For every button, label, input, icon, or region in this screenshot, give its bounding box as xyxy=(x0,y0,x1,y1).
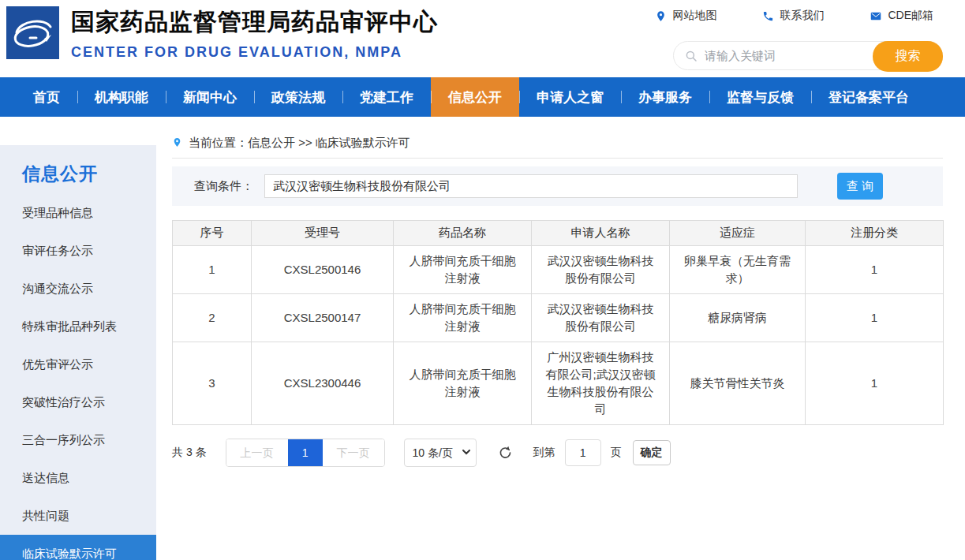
site-title-english: CENTER FOR DRUG EVALUATION, NMPA xyxy=(71,44,438,61)
nav-item-party-building[interactable]: 党建工作 xyxy=(342,77,431,117)
nav-item-home[interactable]: 首页 xyxy=(16,77,77,117)
breadcrumb: 当前位置：信息公开 >> 临床试验默示许可 xyxy=(172,136,943,159)
site-title-chinese: 国家药品监督管理局药品审评中心 xyxy=(71,6,438,39)
cell-seq: 3 xyxy=(173,342,252,425)
phone-icon xyxy=(762,10,774,22)
cell-registration-class: 1 xyxy=(806,342,944,425)
main-panel: 当前位置：信息公开 >> 临床试验默示许可 查询条件： 查 询 序号 受理号 药… xyxy=(156,136,965,467)
breadcrumb-text: 当前位置：信息公开 >> 临床试验默示许可 xyxy=(189,136,410,151)
cell-indication: 膝关节骨性关节炎 xyxy=(670,342,806,425)
nav-item-supervision-feedback[interactable]: 监督与反馈 xyxy=(709,77,811,117)
column-header-seq: 序号 xyxy=(173,221,252,246)
table-header-row: 序号 受理号 药品名称 申请人名称 适应症 注册分类 xyxy=(173,221,944,246)
query-condition-label: 查询条件： xyxy=(194,179,253,194)
page-size-select-wrap: 10 条/页 xyxy=(404,439,477,467)
sidebar-item-communication[interactable]: 沟通交流公示 xyxy=(0,270,156,308)
keyword-search-box: 搜索 xyxy=(673,41,943,70)
nav-item-applicant-window[interactable]: 申请人之窗 xyxy=(519,77,621,117)
results-table: 序号 受理号 药品名称 申请人名称 适应症 注册分类 1 CXSL2500146… xyxy=(172,220,944,425)
cell-acceptance-no: CXSL2300446 xyxy=(252,342,394,425)
cell-seq: 2 xyxy=(173,294,252,342)
table-row: 3 CXSL2300446 人脐带间充质干细胞注射液 广州汉密顿生物科技有限公司… xyxy=(173,342,944,425)
cde-mail-link[interactable]: CDE邮箱 xyxy=(870,9,933,23)
sitemap-link-label: 网站地图 xyxy=(672,9,716,23)
table-row: 2 CXSL2500147 人脐带间充质干细胞注射液 武汉汉密顿生物科技股份有限… xyxy=(173,294,944,342)
cell-drug-name: 人脐带间充质干细胞注射液 xyxy=(394,294,532,342)
next-page-button[interactable]: 下一页 xyxy=(323,439,384,466)
pagination-pager: 上一页 1 下一页 xyxy=(226,439,385,467)
nav-item-policies[interactable]: 政策法规 xyxy=(254,77,342,117)
main-navigation: 首页 机构职能 新闻中心 政策法规 党建工作 信息公开 申请人之窗 办事服务 监… xyxy=(0,77,965,117)
page-size-select[interactable]: 10 条/页 xyxy=(404,439,477,467)
sidebar-item-delivery-info[interactable]: 送达信息 xyxy=(0,459,156,497)
current-page-button[interactable]: 1 xyxy=(288,439,323,466)
column-header-drug-name: 药品名称 xyxy=(394,221,532,246)
cell-acceptance-no: CXSL2500146 xyxy=(252,246,394,294)
content-area: 信息公开 受理品种信息 审评任务公示 沟通交流公示 特殊审批品种列表 优先审评公… xyxy=(0,136,965,560)
envelope-icon xyxy=(870,10,882,22)
page-unit-label: 页 xyxy=(611,446,622,460)
cell-seq: 1 xyxy=(173,246,252,294)
cell-indication: 卵巢早衰（无生育需求） xyxy=(670,246,806,294)
pagination-bar: 共 3 条 上一页 1 下一页 10 条/页 到第 xyxy=(172,439,943,467)
contact-us-link[interactable]: 联系我们 xyxy=(762,9,824,23)
nav-item-news[interactable]: 新闻中心 xyxy=(166,77,254,117)
cell-drug-name: 人脐带间充质干细胞注射液 xyxy=(394,342,532,425)
sidebar-item-priority-review[interactable]: 优先审评公示 xyxy=(0,345,156,383)
prev-page-button[interactable]: 上一页 xyxy=(226,439,288,466)
sidebar-item-breakthrough-therapy[interactable]: 突破性治疗公示 xyxy=(0,383,156,421)
refresh-icon[interactable] xyxy=(497,445,513,461)
cell-applicant: 武汉汉密顿生物科技股份有限公司 xyxy=(532,246,670,294)
cell-registration-class: 1 xyxy=(806,294,944,342)
goto-confirm-button[interactable]: 确定 xyxy=(633,440,671,465)
query-condition-input[interactable] xyxy=(264,174,798,198)
cell-applicant: 广州汉密顿生物科技有限公司;武汉汉密顿生物科技股份有限公司 xyxy=(532,342,670,425)
nav-item-registration-platform[interactable]: 登记备案平台 xyxy=(811,77,926,117)
breadcrumb-pin-icon xyxy=(172,136,182,149)
cde-mail-link-label: CDE邮箱 xyxy=(888,9,933,23)
sidebar-item-three-in-one[interactable]: 三合一序列公示 xyxy=(0,421,156,459)
goto-page-input[interactable] xyxy=(565,439,601,466)
nav-item-services[interactable]: 办事服务 xyxy=(621,77,709,117)
sidebar-item-review-tasks[interactable]: 审评任务公示 xyxy=(0,232,156,270)
cell-acceptance-no: CXSL2500147 xyxy=(252,294,394,342)
cell-indication: 糖尿病肾病 xyxy=(670,294,806,342)
sidebar: 信息公开 受理品种信息 审评任务公示 沟通交流公示 特殊审批品种列表 优先审评公… xyxy=(0,145,156,560)
column-header-acceptance-no: 受理号 xyxy=(252,221,394,246)
pagination-total-count: 共 3 条 xyxy=(172,446,207,460)
site-titles: 国家药品监督管理局药品审评中心 CENTER FOR DRUG EVALUATI… xyxy=(71,6,438,61)
logo-fish-icon xyxy=(6,6,59,59)
nav-item-information-disclosure[interactable]: 信息公开 xyxy=(431,77,519,117)
cell-applicant: 武汉汉密顿生物科技股份有限公司 xyxy=(532,294,670,342)
query-panel: 查询条件： 查 询 xyxy=(172,166,943,206)
header-utility-links: 网站地图 联系我们 CDE邮箱 xyxy=(655,9,933,23)
sidebar-item-common-issues[interactable]: 共性问题 xyxy=(0,497,156,535)
site-header: 国家药品监督管理局药品审评中心 CENTER FOR DRUG EVALUATI… xyxy=(0,0,965,77)
column-header-registration-class: 注册分类 xyxy=(806,221,944,246)
table-row: 1 CXSL2500146 人脐带间充质干细胞注射液 武汉汉密顿生物科技股份有限… xyxy=(173,246,944,294)
sidebar-item-clinical-trial-implied-license[interactable]: 临床试验默示许可 xyxy=(0,535,156,560)
column-header-applicant: 申请人名称 xyxy=(532,221,670,246)
sitemap-link[interactable]: 网站地图 xyxy=(655,9,716,23)
search-button[interactable]: 搜索 xyxy=(873,41,943,72)
sidebar-item-special-approval[interactable]: 特殊审批品种列表 xyxy=(0,308,156,345)
site-logo xyxy=(6,6,59,59)
search-icon xyxy=(684,49,698,63)
cell-registration-class: 1 xyxy=(806,246,944,294)
column-header-indication: 适应症 xyxy=(670,221,806,246)
cell-drug-name: 人脐带间充质干细胞注射液 xyxy=(394,246,532,294)
sidebar-item-accepted-varieties[interactable]: 受理品种信息 xyxy=(0,194,156,232)
sitemap-pin-icon xyxy=(655,10,667,22)
sidebar-title: 信息公开 xyxy=(0,159,156,188)
contact-us-link-label: 联系我们 xyxy=(780,9,824,23)
nav-item-functions[interactable]: 机构职能 xyxy=(77,77,166,117)
query-button[interactable]: 查 询 xyxy=(837,173,883,200)
goto-page-label: 到第 xyxy=(533,446,555,460)
